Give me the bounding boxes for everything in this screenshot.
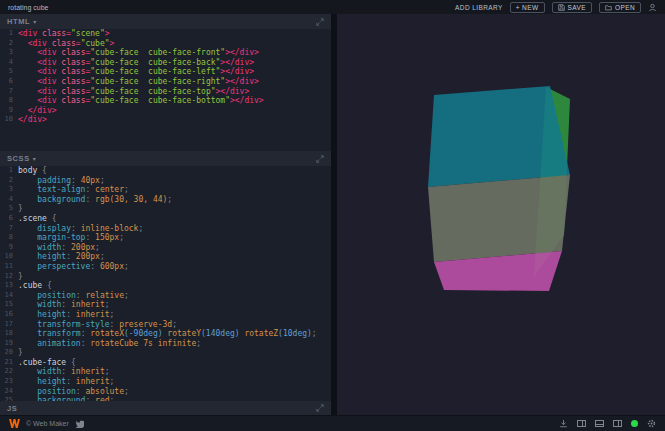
code-line[interactable]: 10</div> bbox=[0, 115, 331, 125]
panel-header-scss[interactable]: SCSS ▾ bbox=[0, 151, 331, 166]
code-text[interactable]: width: inherit; bbox=[18, 300, 110, 310]
code-line[interactable]: 3 text-align: center; bbox=[0, 185, 331, 195]
code-text[interactable]: position: relative; bbox=[18, 291, 129, 301]
line-number: 7 bbox=[0, 87, 18, 97]
expand-icon[interactable] bbox=[316, 155, 324, 163]
expand-icon[interactable] bbox=[316, 18, 324, 26]
open-button[interactable]: OPEN bbox=[599, 2, 641, 13]
code-text[interactable]: <div class="cube-face cube-face-front"><… bbox=[18, 48, 259, 58]
code-text[interactable]: position: absolute; bbox=[18, 387, 129, 397]
scss-panel: SCSS ▾ 1body {2 padding: 40px;3 text-ali… bbox=[0, 151, 331, 401]
code-text[interactable]: .scene { bbox=[18, 214, 57, 224]
panel-header-js[interactable]: JS bbox=[0, 401, 331, 415]
code-text[interactable]: padding: 40px; bbox=[18, 176, 105, 186]
line-number: 3 bbox=[0, 185, 18, 195]
scss-editor[interactable]: 1body {2 padding: 40px;3 text-align: cen… bbox=[0, 166, 331, 401]
code-text[interactable]: <div class="cube-face cube-face-right"><… bbox=[18, 77, 259, 87]
code-line[interactable]: 4 <div class="cube-face cube-face-back">… bbox=[0, 58, 331, 68]
cube-top-face bbox=[428, 86, 570, 187]
code-text[interactable]: width: 200px; bbox=[18, 243, 100, 253]
layout-rows-icon[interactable] bbox=[595, 420, 604, 427]
download-icon[interactable] bbox=[559, 419, 568, 428]
code-text[interactable]: body { bbox=[18, 166, 47, 176]
code-line[interactable]: 2 padding: 40px; bbox=[0, 176, 331, 186]
panel-header-html[interactable]: HTML ▾ bbox=[0, 14, 331, 29]
line-number: 10 bbox=[0, 115, 18, 125]
code-text[interactable]: </div> bbox=[18, 115, 47, 125]
code-text[interactable]: <div class="scene"> bbox=[18, 29, 110, 39]
code-text[interactable]: <div class="cube-face cube-face-left"></… bbox=[18, 67, 254, 77]
code-line[interactable]: 12} bbox=[0, 272, 331, 282]
code-line[interactable]: 23 height: inherit; bbox=[0, 377, 331, 387]
account-icon[interactable] bbox=[648, 3, 657, 12]
add-library-button[interactable]: ADD LIBRARY bbox=[455, 4, 503, 11]
code-text[interactable]: } bbox=[18, 204, 23, 214]
code-text[interactable]: transform-style: preserve-3d; bbox=[18, 320, 177, 330]
code-line[interactable]: 9 </div> bbox=[0, 106, 331, 116]
code-line[interactable]: 3 <div class="cube-face cube-face-front"… bbox=[0, 48, 331, 58]
code-line[interactable]: 8 margin-top: 150px; bbox=[0, 233, 331, 243]
status-dot[interactable] bbox=[631, 420, 638, 427]
code-line[interactable]: 7 display: inline-block; bbox=[0, 224, 331, 234]
code-line[interactable]: 2 <div class="cube"> bbox=[0, 39, 331, 49]
code-line[interactable]: 6 <div class="cube-face cube-face-right"… bbox=[0, 77, 331, 87]
code-text[interactable]: perspective: 600px; bbox=[18, 262, 129, 272]
folder-icon bbox=[605, 4, 612, 11]
line-number: 7 bbox=[0, 224, 18, 234]
webmaker-logo-icon[interactable] bbox=[9, 419, 20, 428]
code-line[interactable]: 17 transform-style: preserve-3d; bbox=[0, 320, 331, 330]
code-line[interactable]: 7 <div class="cube-face cube-face-top"><… bbox=[0, 87, 331, 97]
code-line[interactable]: 9 width: 200px; bbox=[0, 243, 331, 253]
code-text[interactable]: width: inherit; bbox=[18, 367, 110, 377]
code-line[interactable]: 5 <div class="cube-face cube-face-left">… bbox=[0, 67, 331, 77]
code-line[interactable]: 15 width: inherit; bbox=[0, 300, 331, 310]
code-line[interactable]: 21.cube-face { bbox=[0, 358, 331, 368]
html-editor[interactable]: 1<div class="scene">2 <div class="cube">… bbox=[0, 29, 331, 151]
code-line[interactable]: 10 height: 200px; bbox=[0, 252, 331, 262]
code-text[interactable]: .cube { bbox=[18, 281, 52, 291]
copyright-text: © Web Maker bbox=[26, 420, 69, 427]
code-text[interactable]: height: inherit; bbox=[18, 310, 114, 320]
code-line[interactable]: 18 transform: rotateX(-90deg) rotateY(14… bbox=[0, 329, 331, 339]
code-text[interactable]: <div class="cube"> bbox=[18, 39, 114, 49]
code-text[interactable]: } bbox=[18, 272, 23, 282]
chevron-down-icon: ▾ bbox=[33, 156, 36, 162]
settings-gear-icon[interactable] bbox=[647, 419, 656, 428]
code-line[interactable]: 1<div class="scene"> bbox=[0, 29, 331, 39]
code-text[interactable]: .cube-face { bbox=[18, 358, 76, 368]
code-line[interactable]: 1body { bbox=[0, 166, 331, 176]
code-text[interactable]: text-align: center; bbox=[18, 185, 129, 195]
app-window: rotating cube ADD LIBRARY + NEW SAVE OPE… bbox=[0, 0, 665, 431]
save-button[interactable]: SAVE bbox=[552, 2, 592, 13]
code-text[interactable]: } bbox=[18, 348, 23, 358]
code-text[interactable]: <div class="cube-face cube-face-back"></… bbox=[18, 58, 254, 68]
new-button[interactable]: + NEW bbox=[510, 2, 545, 13]
code-text[interactable]: <div class="cube-face cube-face-bottom">… bbox=[18, 96, 264, 106]
code-line[interactable]: 5} bbox=[0, 204, 331, 214]
code-text[interactable]: </div> bbox=[18, 106, 57, 116]
code-text[interactable]: <div class="cube-face cube-face-top"></d… bbox=[18, 87, 249, 97]
code-line[interactable]: 11 perspective: 600px; bbox=[0, 262, 331, 272]
layout-columns-icon[interactable] bbox=[577, 420, 586, 427]
code-line[interactable]: 24 position: absolute; bbox=[0, 387, 331, 397]
code-text[interactable]: margin-top: 150px; bbox=[18, 233, 124, 243]
line-number: 16 bbox=[0, 310, 18, 320]
expand-icon[interactable] bbox=[316, 404, 324, 412]
code-line[interactable]: 16 height: inherit; bbox=[0, 310, 331, 320]
layout-right-pane-icon[interactable] bbox=[613, 420, 622, 427]
twitter-icon[interactable] bbox=[75, 419, 84, 428]
code-text[interactable]: transform: rotateX(-90deg) rotateY(140de… bbox=[18, 329, 317, 339]
code-line[interactable]: 8 <div class="cube-face cube-face-bottom… bbox=[0, 96, 331, 106]
code-text[interactable]: display: inline-block; bbox=[18, 224, 143, 234]
code-line[interactable]: 6.scene { bbox=[0, 214, 331, 224]
code-text[interactable]: background: rgb(30, 30, 44); bbox=[18, 195, 172, 205]
code-line[interactable]: 14 position: relative; bbox=[0, 291, 331, 301]
code-text[interactable]: height: inherit; bbox=[18, 377, 114, 387]
code-line[interactable]: 13.cube { bbox=[0, 281, 331, 291]
code-line[interactable]: 19 animation: rotateCube 7s infinite; bbox=[0, 339, 331, 349]
code-line[interactable]: 4 background: rgb(30, 30, 44); bbox=[0, 195, 331, 205]
code-line[interactable]: 20} bbox=[0, 348, 331, 358]
code-text[interactable]: animation: rotateCube 7s infinite; bbox=[18, 339, 201, 349]
code-line[interactable]: 22 width: inherit; bbox=[0, 367, 331, 377]
code-text[interactable]: height: 200px; bbox=[18, 252, 105, 262]
